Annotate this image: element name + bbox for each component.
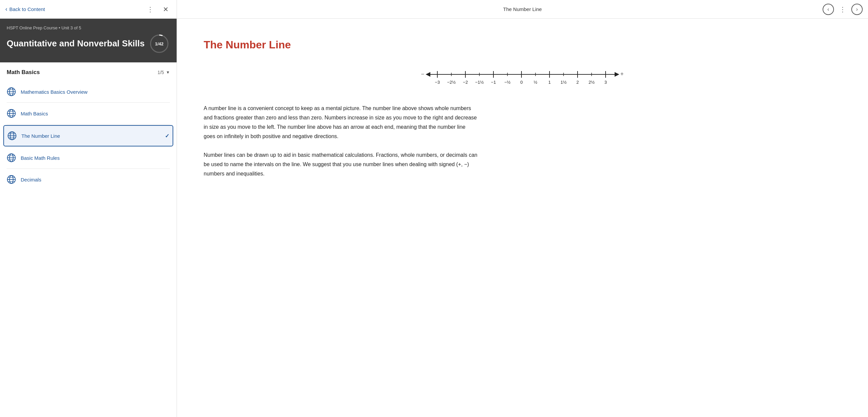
paragraph-1: A number line is a convenient concept to… — [204, 104, 477, 141]
sidebar: HSPT Online Prep Course • Unit 3 of 5 Qu… — [0, 19, 177, 417]
right-nav-area: The Number Line ‹ ⋮ › — [177, 0, 868, 18]
sidebar-header: HSPT Online Prep Course • Unit 3 of 5 Qu… — [0, 19, 177, 62]
back-to-content-link[interactable]: ‹ Back to Content — [5, 6, 144, 13]
globe-icon-2 — [7, 109, 16, 118]
sidebar-scroll[interactable]: Math Basics 1/5 ▼ Mathematics Basics Ove… — [0, 62, 177, 417]
globe-icon-4 — [7, 153, 16, 162]
svg-text:−2: −2 — [463, 80, 468, 85]
svg-text:−½: −½ — [504, 80, 511, 85]
prev-icon: ‹ — [827, 6, 829, 12]
close-icon: ✕ — [163, 5, 168, 13]
progress-text: 1/42 — [155, 41, 163, 46]
svg-text:−2½: −2½ — [447, 80, 456, 85]
section-count: 1/5 ▼ — [158, 70, 170, 75]
svg-text:0: 0 — [520, 80, 523, 85]
progress-circle: 1/42 — [149, 33, 170, 54]
globe-icon-5 — [7, 175, 16, 184]
next-page-button[interactable]: › — [851, 4, 863, 15]
sidebar-item-label-basic-math: Basic Math Rules — [21, 155, 170, 161]
sidebar-item-decimals[interactable]: Decimals — [0, 169, 177, 190]
left-nav-area: ‹ Back to Content ⋮ ✕ — [0, 0, 177, 18]
sidebar-item-label-math-basics: Math Basics — [21, 111, 170, 117]
check-icon: ✓ — [165, 133, 169, 139]
sidebar-item-label-decimals: Decimals — [21, 177, 170, 183]
sidebar-item-math-basics-overview[interactable]: Mathematics Basics Overview — [0, 81, 177, 102]
nav-controls: ‹ ⋮ › — [823, 4, 863, 15]
dots-icon: ⋮ — [147, 5, 154, 13]
svg-marker-30 — [615, 72, 619, 77]
svg-text:+: + — [620, 71, 624, 77]
svg-text:−1½: −1½ — [475, 80, 484, 85]
section-header: Math Basics 1/5 ▼ — [0, 62, 177, 81]
close-button[interactable]: ✕ — [160, 4, 171, 15]
main-layout: HSPT Online Prep Course • Unit 3 of 5 Qu… — [0, 19, 868, 417]
dots-icon-right: ⋮ — [839, 5, 846, 13]
svg-marker-28 — [426, 72, 430, 77]
paragraph-2: Number lines can be drawn up to aid in b… — [204, 151, 477, 179]
course-meta: HSPT Online Prep Course • Unit 3 of 5 — [7, 25, 170, 30]
svg-text:−3: −3 — [435, 80, 440, 85]
section-count-value: 1/5 — [158, 70, 164, 75]
number-line-svg: − + −3 −2½ −2 −1½ −1 — [419, 64, 626, 88]
course-title: Quantitative and Nonverbal Skills — [7, 38, 145, 49]
prev-page-button[interactable]: ‹ — [823, 4, 834, 15]
svg-text:1½: 1½ — [561, 80, 566, 85]
chevron-left-icon: ‹ — [5, 6, 7, 13]
globe-icon-3 — [7, 131, 17, 140]
content-heading: The Number Line — [204, 39, 841, 51]
section-title: Math Basics — [7, 69, 40, 76]
sidebar-item-label-number-line: The Number Line — [21, 133, 160, 139]
sidebar-item-number-line[interactable]: The Number Line ✓ — [3, 125, 173, 147]
more-options-button[interactable]: ⋮ — [144, 4, 156, 15]
svg-text:2: 2 — [576, 80, 579, 85]
back-label: Back to Content — [9, 6, 45, 12]
svg-text:−: − — [421, 71, 424, 77]
svg-text:−1: −1 — [491, 80, 496, 85]
page-title: The Number Line — [503, 6, 542, 12]
top-navigation: ‹ Back to Content ⋮ ✕ The Number Line ‹ … — [0, 0, 868, 19]
sidebar-item-basic-math-rules[interactable]: Basic Math Rules — [0, 147, 177, 168]
globe-icon — [7, 87, 16, 96]
svg-text:½: ½ — [534, 80, 537, 85]
sidebar-item-label-overview: Mathematics Basics Overview — [21, 89, 170, 95]
more-options-button-right[interactable]: ⋮ — [837, 4, 849, 15]
svg-text:2½: 2½ — [589, 80, 595, 85]
divider-2 — [7, 124, 170, 124]
course-title-row: Quantitative and Nonverbal Skills 1/42 — [7, 33, 170, 54]
number-line-diagram: − + −3 −2½ −2 −1½ −1 — [204, 64, 841, 88]
content-body: A number line is a convenient concept to… — [204, 104, 477, 179]
sidebar-item-math-basics[interactable]: Math Basics — [0, 103, 177, 124]
nav-icons: ⋮ ✕ — [144, 4, 171, 15]
content-area[interactable]: The Number Line − + −3 −2½ — [177, 19, 868, 417]
chevron-down-icon: ▼ — [166, 70, 170, 75]
svg-text:1: 1 — [548, 80, 551, 85]
svg-text:3: 3 — [604, 80, 607, 85]
next-icon: › — [856, 6, 858, 12]
